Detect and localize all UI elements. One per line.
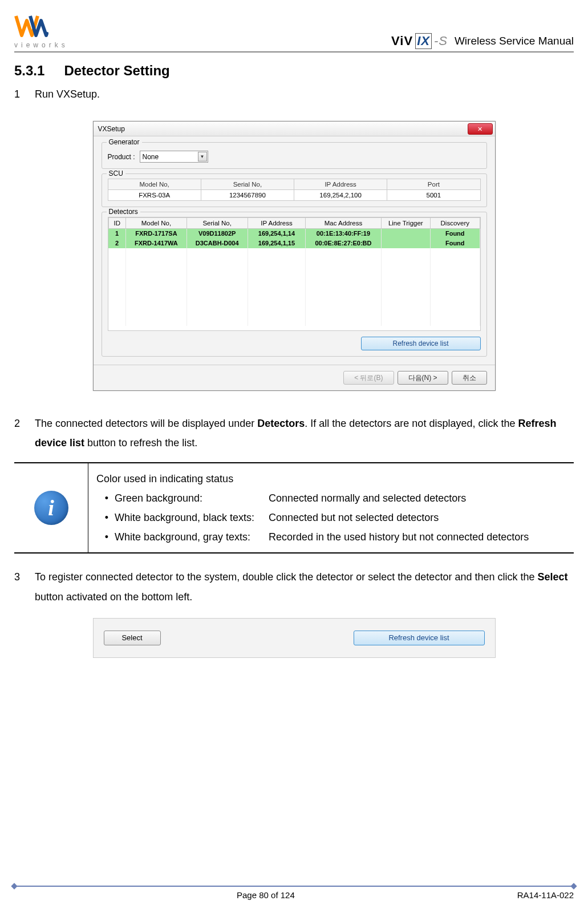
- scu-cell: 1234567890: [201, 190, 294, 201]
- list-item: • White background, gray texts: Recorded…: [99, 527, 566, 547]
- header-right: ViVIX-S Wireless Service Manual: [391, 33, 574, 49]
- det-cell: 2: [108, 239, 126, 248]
- footer-rule: [14, 886, 574, 887]
- step-2-num: 2: [14, 414, 23, 453]
- cancel-label: 취소: [463, 373, 476, 383]
- table-row: [108, 268, 480, 277]
- scu-cell: FXRS-03A: [108, 190, 201, 201]
- product-logo-part-c: -S: [434, 34, 448, 49]
- page-header: vieworks ViVIX-S Wireless Service Manual: [14, 11, 574, 52]
- chevron-down-icon: ▼: [198, 152, 207, 161]
- step-1: 1 Run VXSetup.: [14, 84, 574, 104]
- text-fragment: button to refresh the list.: [84, 437, 197, 449]
- select-button[interactable]: Select: [104, 631, 161, 645]
- text-fragment: . If all the detectors are not displayed…: [305, 418, 518, 429]
- close-icon: ✕: [477, 126, 482, 132]
- info-item-label: White background, gray texts:: [115, 527, 269, 547]
- step-1-text: Run VXSetup.: [35, 84, 574, 104]
- step-2-text: The connected detectors will be displaye…: [35, 414, 574, 453]
- step-3-num: 3: [14, 567, 23, 606]
- det-cell: 00:0E:8E:27:E0:BD: [306, 239, 381, 248]
- step-3: 3 To register connected detector to the …: [14, 567, 574, 606]
- list-item: • Green background: Connected normally a…: [99, 488, 566, 508]
- table-row: [108, 258, 480, 268]
- detectors-group: Detectors ID Model No, Serial No,: [102, 212, 487, 357]
- info-item-desc: Connected normally and selected detector…: [269, 488, 566, 508]
- info-item-label: White background, black texts:: [115, 508, 269, 527]
- section-title: Detector Setting: [64, 63, 169, 78]
- info-item-desc: Recorded in the used history but not con…: [269, 527, 566, 547]
- dialog-title: VXSetup: [98, 125, 125, 133]
- next-button[interactable]: 다음(N) >: [398, 371, 448, 385]
- scu-th-ip: IP Address: [294, 179, 387, 190]
- product-label: Product :: [108, 153, 135, 161]
- det-th: ID: [108, 218, 126, 229]
- logo-w-icon: [14, 11, 48, 40]
- page-number: Page 80 of 124: [237, 890, 295, 900]
- step-3-text: To register connected detector to the sy…: [35, 567, 574, 606]
- generator-group: Generator Product : None ▼: [102, 142, 487, 169]
- info-box: i Color used in indicating status • Gree…: [14, 462, 574, 554]
- text-fragment: button activated on the bottom left.: [35, 591, 192, 603]
- info-item-desc: Connected but not selected detectors: [269, 508, 566, 527]
- info-item-label: Green background:: [115, 488, 269, 508]
- section-number: 5.3.1: [14, 63, 44, 78]
- bullet-icon: •: [99, 488, 115, 508]
- text-bold: Select: [537, 571, 567, 583]
- scu-group: SCU Model No, Serial No, IP Address Port…: [102, 173, 487, 207]
- step-2: 2 The connected detectors will be displa…: [14, 414, 574, 453]
- doc-number: RA14-11A-022: [517, 890, 574, 900]
- det-cell: FXRD-1417WA: [126, 239, 187, 248]
- table-row: [108, 306, 480, 316]
- scu-row[interactable]: FXRS-03A 1234567890 169,254,2,100 5001: [108, 190, 480, 201]
- det-cell: Found: [431, 239, 480, 248]
- refresh-label: Refresh device list: [388, 633, 449, 642]
- product-logo: ViVIX-S: [391, 33, 448, 49]
- cancel-button[interactable]: 취소: [452, 371, 487, 385]
- table-row: [108, 287, 480, 297]
- det-th: Serial No,: [186, 218, 248, 229]
- det-cell: 169,254,1,15: [248, 239, 306, 248]
- company-name: vieworks: [14, 41, 68, 49]
- detectors-label: Detectors: [107, 208, 140, 216]
- scu-th-port: Port: [387, 179, 480, 190]
- det-cell: 169,254,1,14: [248, 229, 306, 239]
- close-button[interactable]: ✕: [468, 123, 493, 135]
- company-logo: vieworks: [14, 11, 68, 49]
- select-refresh-bar: Select Refresh device list: [93, 618, 496, 658]
- table-row: [108, 277, 480, 287]
- refresh-device-list-button[interactable]: Refresh device list: [354, 631, 485, 645]
- det-cell: [381, 239, 430, 248]
- titlebar: VXSetup ✕: [94, 122, 495, 136]
- text-fragment: The connected detectors will be displaye…: [35, 418, 257, 429]
- scu-cell: 169,254,2,100: [294, 190, 387, 201]
- det-th: IP Address: [248, 218, 306, 229]
- detector-row[interactable]: 1 FXRD-1717SA V09D11802P 169,254,1,14 00…: [108, 229, 480, 239]
- scu-label: SCU: [107, 169, 125, 177]
- product-logo-part-b: IX: [415, 33, 432, 49]
- bullet-icon: •: [99, 527, 115, 547]
- product-combo[interactable]: None ▼: [140, 151, 208, 163]
- det-cell: 1: [108, 229, 126, 239]
- refresh-device-list-button[interactable]: Refresh device list: [361, 337, 481, 350]
- info-title: Color used in indicating status: [96, 469, 566, 488]
- det-cell: [381, 229, 430, 239]
- refresh-label: Refresh device list: [392, 340, 448, 348]
- det-cell: FXRD-1717SA: [126, 229, 187, 239]
- back-button: < 뒤로(B): [343, 371, 394, 385]
- table-row: [108, 316, 480, 326]
- det-th: Discovery: [431, 218, 480, 229]
- det-th: Model No,: [126, 218, 187, 229]
- vxsetup-dialog: VXSetup ✕ Generator Product : None ▼: [93, 121, 496, 391]
- scu-th-serial: Serial No,: [201, 179, 294, 190]
- scu-th-model: Model No,: [108, 179, 201, 190]
- detector-row[interactable]: 2 FXRD-1417WA D3CABH-D004 169,254,1,15 0…: [108, 239, 480, 248]
- det-cell: D3CABH-D004: [186, 239, 248, 248]
- det-cell: V09D11802P: [186, 229, 248, 239]
- text-fragment: To register connected detector to the sy…: [35, 571, 537, 583]
- table-row: [108, 248, 480, 258]
- det-cell: 00:1E:13:40:FF:19: [306, 229, 381, 239]
- list-item: • White background, black texts: Connect…: [99, 508, 566, 527]
- product-logo-part-a: ViV: [391, 34, 413, 49]
- manual-title: Wireless Service Manual: [455, 35, 574, 47]
